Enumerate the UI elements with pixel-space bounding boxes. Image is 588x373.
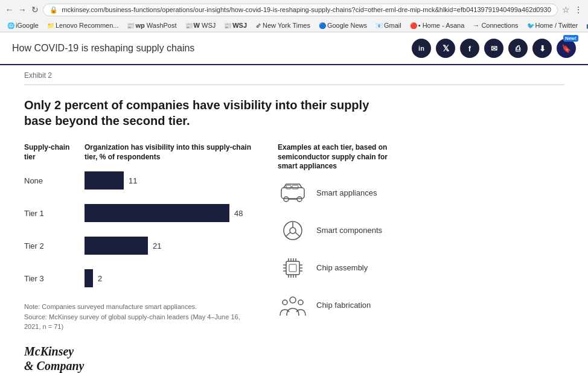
logo-line2: & Company — [24, 359, 564, 373]
smart-components-label: Smart components — [316, 226, 382, 235]
exhibit-label: Exhibit 2 — [24, 71, 564, 80]
page-title: How COVID-19 is reshaping supply chains — [12, 43, 194, 54]
bar-chart-panel: Supply-chain tier Organization has visib… — [24, 143, 254, 332]
address-bar-row: ← → ↻ 🔒 mckinsey.com/business-functions/… — [0, 0, 588, 19]
svg-point-27 — [290, 297, 296, 303]
right-col-header: Examples at each tier, based on semicond… — [278, 143, 398, 171]
address-bar[interactable]: 🔒 mckinsey.com/business-functions/operat… — [43, 4, 558, 16]
forward-button[interactable]: → — [18, 2, 27, 17]
menu-button[interactable]: ⋮ — [574, 2, 583, 17]
main-heading: Only 2 percent of companies have visibil… — [24, 97, 398, 129]
bookmark-asana[interactable]: 🔴• Home - Asana — [407, 21, 467, 30]
example-row-chip-fabrication: Chip fabrication — [278, 293, 564, 317]
tier-label-none: None — [24, 176, 72, 185]
chip-assembly-icon — [278, 256, 308, 280]
note-line-2: Source: McKinsey survey of global supply… — [24, 312, 254, 332]
tier-label-tier3: Tier 3 — [24, 274, 72, 283]
bar-row-tier3: Tier 3 2 — [24, 269, 254, 287]
example-row-smart-appliances: Smart appliances — [278, 181, 564, 205]
bookmark-igoogle[interactable]: 🌐iGoogle — [5, 21, 41, 30]
bookmark-connections[interactable]: → Connections — [470, 21, 520, 30]
bookmark-si[interactable]: 📺SI — [584, 21, 588, 30]
bar-row-tier2: Tier 2 21 — [24, 237, 254, 255]
tier-label-tier2: Tier 2 — [24, 241, 72, 250]
bookmark-button[interactable]: 🔖 New! — [557, 39, 576, 58]
chart-section: Supply-chain tier Organization has visib… — [24, 143, 564, 332]
bookmark-gmail[interactable]: 📧Gmail — [373, 21, 404, 30]
divider — [24, 84, 564, 85]
twitter-share-button[interactable]: 𝕏 — [436, 39, 455, 58]
page-header: How COVID-19 is reshaping supply chains … — [0, 33, 588, 65]
svg-point-29 — [298, 300, 303, 305]
svg-line-9 — [286, 232, 290, 237]
star-button[interactable]: ☆ — [561, 2, 570, 17]
print-button[interactable]: ⎙ — [508, 39, 528, 58]
content-area: Exhibit 2 Only 2 percent of companies ha… — [0, 65, 588, 373]
bar-value-none: 11 — [129, 176, 137, 185]
bar-row-none: None 11 — [24, 171, 254, 190]
email-share-button[interactable]: ✉ — [484, 39, 503, 58]
svg-rect-4 — [286, 185, 291, 189]
chip-assembly-label: Chip assembly — [316, 263, 368, 272]
bookmark-washpost[interactable]: 📰wp WashPost — [124, 21, 179, 30]
bar-tier2 — [85, 237, 148, 255]
bookmarks-bar: 🌐iGoogle 📁Lenovo Recommen... 📰wp WashPos… — [0, 19, 588, 32]
bookmark-nyt[interactable]: 🗞New York Times — [253, 21, 313, 30]
example-row-chip-assembly: Chip assembly — [278, 256, 564, 280]
svg-rect-5 — [292, 185, 298, 189]
chip-fabrication-label: Chip fabrication — [316, 301, 371, 310]
svg-point-7 — [290, 228, 296, 234]
bar-container-none: 11 — [85, 171, 254, 190]
bar-none — [85, 171, 124, 190]
bar-tier3 — [85, 269, 93, 287]
facebook-share-button[interactable]: f — [460, 39, 479, 58]
smart-appliances-label: Smart appliances — [316, 188, 377, 197]
svg-line-10 — [295, 232, 300, 237]
bar-value-tier1: 48 — [234, 209, 243, 218]
browser-chrome: ← → ↻ 🔒 mckinsey.com/business-functions/… — [0, 0, 588, 33]
bar-value-tier2: 21 — [153, 241, 161, 250]
bar-row-tier1: Tier 1 48 — [24, 204, 254, 222]
share-icons: in 𝕏 f ✉ ⎙ ⬇ 🔖 New! — [412, 39, 576, 58]
lock-icon: 🔒 — [50, 6, 58, 14]
col-header-tier: Supply-chain tier — [24, 143, 72, 162]
download-button[interactable]: ⬇ — [532, 39, 552, 58]
bookmark-twitter[interactable]: 🐦Home / Twitter — [525, 21, 581, 30]
mckinsey-logo: McKinsey & Company — [24, 344, 564, 373]
bar-container-tier1: 48 — [85, 204, 254, 222]
bar-container-tier2: 21 — [85, 237, 254, 255]
bar-container-tier3: 2 — [85, 269, 254, 287]
linkedin-share-button[interactable]: in — [412, 39, 431, 58]
examples-panel: Examples at each tier, based on semicond… — [278, 143, 564, 332]
bookmark-lenovo[interactable]: 📁Lenovo Recommen... — [45, 21, 121, 30]
bar-tier1 — [85, 204, 229, 222]
back-button[interactable]: ← — [5, 2, 14, 17]
tier-label-tier1: Tier 1 — [24, 209, 72, 218]
bar-value-tier3: 2 — [98, 274, 102, 283]
logo-line1: McKinsey — [24, 344, 564, 359]
chart-notes: Note: Companies surveyed manufacture sma… — [24, 302, 254, 332]
col-headers: Supply-chain tier Organization has visib… — [24, 143, 254, 162]
svg-point-28 — [283, 300, 287, 305]
svg-rect-11 — [286, 261, 299, 275]
svg-point-1 — [284, 197, 289, 202]
url-text: mckinsey.com/business-functions/operatio… — [62, 6, 551, 13]
new-badge: New! — [563, 35, 578, 42]
chip-fabrication-icon — [278, 293, 308, 317]
svg-rect-12 — [289, 264, 296, 272]
smart-appliances-icon — [278, 181, 308, 205]
note-line-1: Note: Companies surveyed manufacture sma… — [24, 302, 254, 312]
smart-components-icon — [278, 218, 308, 243]
bookmark-googlenews[interactable]: 🔵Google News — [316, 21, 369, 30]
example-row-smart-components: Smart components — [278, 218, 564, 243]
refresh-button[interactable]: ↻ — [30, 2, 39, 17]
bookmark-wsj2[interactable]: 📰WSJ — [222, 21, 249, 30]
col-header-visibility: Organization has visibility into this su… — [85, 143, 254, 162]
svg-point-2 — [297, 197, 302, 202]
bookmark-wsj1[interactable]: 📰W WSJ — [183, 21, 219, 30]
